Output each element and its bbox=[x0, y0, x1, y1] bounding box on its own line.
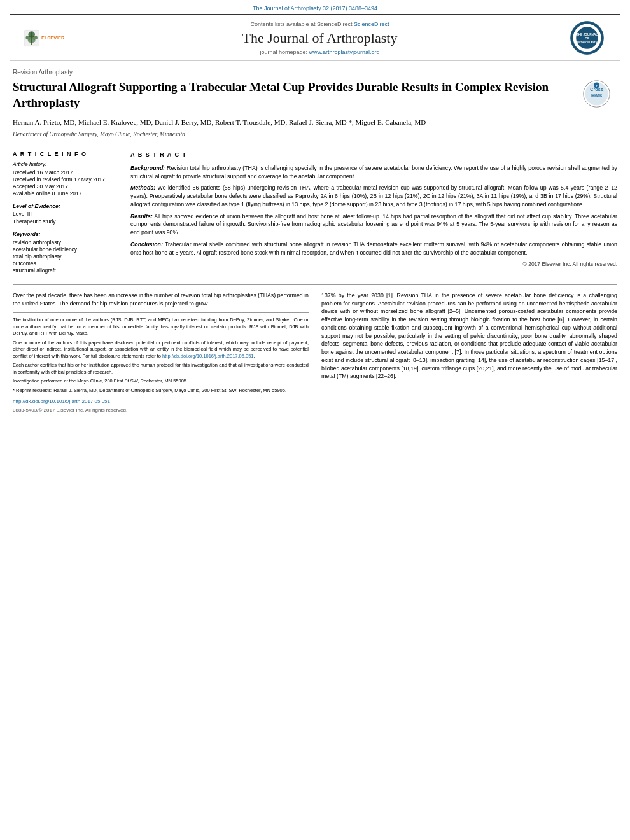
body-section: Over the past decade, there has been an … bbox=[13, 284, 617, 414]
conclusion-label: Conclusion: bbox=[130, 241, 163, 248]
body-left-col: Over the past decade, there has been an … bbox=[13, 291, 309, 414]
footnote-ethics: Each author certifies that his or her in… bbox=[13, 362, 309, 375]
keyword-5: structural allograft bbox=[13, 267, 118, 274]
affiliation: Department of Orthopedic Surgery, Mayo C… bbox=[13, 131, 617, 137]
keywords-label: Keywords: bbox=[13, 231, 118, 237]
journal-ref-text: The Journal of Arthroplasty 32 (2017) 34… bbox=[253, 5, 377, 11]
abstract-results: Results: All hips showed evidence of uni… bbox=[130, 213, 617, 237]
doi-url[interactable]: http://dx.doi.org/10.1016/j.arth.2017.05… bbox=[13, 398, 110, 404]
available-date: Available online 8 June 2017 bbox=[13, 190, 118, 197]
divider-1 bbox=[13, 144, 617, 144]
article-content: Revision Arthroplasty Structural Allogra… bbox=[0, 61, 630, 414]
journal-center: Contents lists available at ScienceDirec… bbox=[83, 21, 557, 55]
svg-text:THE JOURNAL: THE JOURNAL bbox=[577, 33, 598, 36]
abstract-title: A B S T R A C T bbox=[130, 151, 617, 159]
article-main-title: Structural Allograft Supporting a Trabec… bbox=[13, 80, 617, 111]
keyword-1: revision arthroplasty bbox=[13, 239, 118, 246]
svg-text:Mark: Mark bbox=[591, 92, 602, 98]
footnote-conflict-text: One or more of the authors of this paper… bbox=[13, 340, 309, 359]
received-revised-date: Received in revised form 17 May 2017 bbox=[13, 176, 118, 183]
abstract-conclusion: Conclusion: Trabecular metal shells comb… bbox=[130, 241, 617, 257]
sciencedirect-link[interactable]: ScienceDirect bbox=[354, 21, 389, 27]
journal-logo-right: THE JOURNAL OF ARTHROPLASTY bbox=[566, 20, 608, 55]
abstract-background: Background: Revision total hip arthropla… bbox=[130, 164, 617, 181]
body-left-text1: Over the past decade, there has been an … bbox=[13, 292, 309, 307]
received-date: Received 16 March 2017 bbox=[13, 169, 118, 176]
journal-title: The Journal of Arthroplasty bbox=[83, 30, 557, 46]
elsevier-logo: ELSEVIER bbox=[22, 25, 73, 52]
elsevier-svg: ELSEVIER bbox=[22, 25, 73, 50]
svg-text:OF: OF bbox=[585, 37, 589, 40]
body-right-para1: 137% by the year 2030 [1]. Revision THA … bbox=[321, 291, 617, 381]
copyright: © 2017 Elsevier Inc. All rights reserved… bbox=[130, 260, 617, 268]
journal-logo-svg: THE JOURNAL OF ARTHROPLASTY bbox=[570, 20, 605, 55]
keyword-2: acetabular bone deficiency bbox=[13, 246, 118, 253]
keyword-4: outcomes bbox=[13, 260, 118, 267]
conclusion-text: Trabecular metal shells combined with st… bbox=[130, 241, 617, 256]
accepted-date: Accepted 30 May 2017 bbox=[13, 183, 118, 190]
svg-text:ARTHROPLASTY: ARTHROPLASTY bbox=[577, 41, 598, 44]
methods-label: Methods: bbox=[130, 185, 155, 191]
results-text: All hips showed evidence of union betwee… bbox=[130, 213, 617, 236]
level-section: Level of Evidence: Level III Therapeutic… bbox=[13, 203, 118, 225]
authors: Hernan A. Prieto, MD, Michael E. Kralove… bbox=[13, 117, 617, 128]
footnote-conflict: One or more of the authors of this paper… bbox=[13, 340, 309, 360]
footnote-doi-link[interactable]: http://dx.doi.org/10.1016/j.arth.2017.05… bbox=[162, 353, 253, 359]
keyword-3: total hip arthroplasty bbox=[13, 253, 118, 260]
abstract-col: A B S T R A C T Background: Revision tot… bbox=[130, 151, 617, 274]
body-left-para1: Over the past decade, there has been an … bbox=[13, 291, 309, 308]
footnotes: The institution of one or more of the au… bbox=[13, 312, 309, 413]
body-right-text1: 137% by the year 2030 [1]. Revision THA … bbox=[321, 292, 617, 380]
homepage-label: journal homepage: bbox=[260, 49, 307, 55]
svg-text:ELSEVIER: ELSEVIER bbox=[41, 35, 65, 41]
svg-point-6 bbox=[28, 38, 36, 43]
issn-line: 0883-5403/© 2017 Elsevier Inc. All right… bbox=[13, 407, 309, 414]
journal-homepage: journal homepage: www.arthroplastyjourna… bbox=[83, 49, 557, 55]
body-two-col: Over the past decade, there has been an … bbox=[13, 291, 617, 414]
keywords-section: Keywords: revision arthroplasty acetabul… bbox=[13, 231, 118, 274]
footnote-funding: The institution of one or more of the au… bbox=[13, 317, 309, 337]
body-right-col: 137% by the year 2030 [1]. Revision THA … bbox=[321, 291, 617, 414]
top-reference: The Journal of Arthroplasty 32 (2017) 34… bbox=[0, 0, 630, 14]
level-label: Level of Evidence: bbox=[13, 203, 118, 209]
abstract-methods: Methods: We identified 56 patients (58 h… bbox=[130, 184, 617, 208]
level-roman: Level III bbox=[13, 211, 118, 217]
article-title-text: Structural Allograft Supporting a Trabec… bbox=[13, 80, 549, 109]
methods-text: We identified 56 patients (58 hips) unde… bbox=[130, 185, 617, 207]
results-label: Results: bbox=[130, 213, 153, 220]
crossmark: Cross Mark ✓ bbox=[582, 80, 611, 113]
background-text: Revision total hip arthroplasty (THA) is… bbox=[130, 165, 617, 179]
contents-line: Contents lists available at ScienceDirec… bbox=[83, 21, 557, 27]
footnote-reprint: * Reprint requests: Rafael J. Sierra, MD… bbox=[13, 388, 309, 395]
svg-text:✓: ✓ bbox=[595, 83, 598, 88]
article-info-col: A R T I C L E I N F O Article history: R… bbox=[13, 151, 118, 274]
journal-header: ELSEVIER Contents lists available at Sci… bbox=[10, 14, 620, 61]
section-tag: Revision Arthroplasty bbox=[13, 69, 617, 76]
background-label: Background: bbox=[130, 165, 165, 171]
homepage-url[interactable]: www.arthroplastyjournal.org bbox=[309, 49, 380, 55]
contents-text: Contents lists available at ScienceDirec… bbox=[250, 21, 352, 27]
footnote-investigation: Investigation performed at the Mayo Clin… bbox=[13, 378, 309, 385]
level-type: Therapeutic study bbox=[13, 218, 118, 225]
page: The Journal of Arthroplasty 32 (2017) 34… bbox=[0, 0, 630, 840]
article-history-label: Article history: bbox=[13, 161, 118, 167]
doi-line: http://dx.doi.org/10.1016/j.arth.2017.05… bbox=[13, 398, 309, 405]
article-info-title: A R T I C L E I N F O bbox=[13, 151, 118, 157]
article-info-abstract: A R T I C L E I N F O Article history: R… bbox=[13, 151, 617, 274]
crossmark-svg: Cross Mark ✓ bbox=[582, 80, 611, 108]
